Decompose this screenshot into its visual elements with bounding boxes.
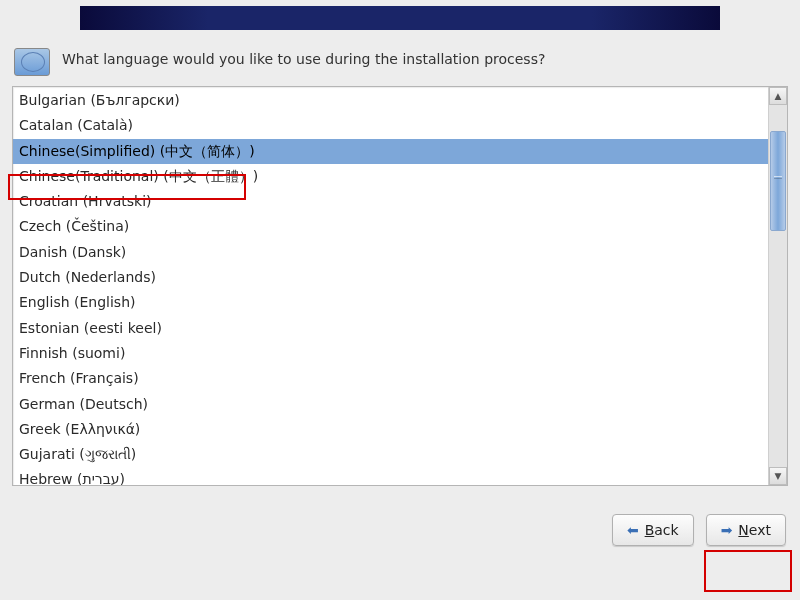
prompt-row: What language would you like to use duri… bbox=[0, 48, 800, 86]
scroll-down-button[interactable]: ▼ bbox=[769, 467, 787, 485]
language-option[interactable]: Greek (Ελληνικά) bbox=[13, 417, 768, 442]
language-option[interactable]: Gujarati (ગુજરાતી) bbox=[13, 442, 768, 467]
back-button[interactable]: ⬅ Back bbox=[612, 514, 694, 546]
language-option[interactable]: German (Deutsch) bbox=[13, 392, 768, 417]
arrow-right-icon: ➡ bbox=[721, 523, 733, 537]
next-label: Next bbox=[738, 522, 771, 538]
language-list[interactable]: Bulgarian (Български)Catalan (Català)Chi… bbox=[13, 87, 768, 485]
language-option[interactable]: Estonian (eesti keel) bbox=[13, 316, 768, 341]
language-option[interactable]: French (Français) bbox=[13, 366, 768, 391]
language-option[interactable]: Chinese(Simplified) (中文（简体）) bbox=[13, 139, 768, 164]
language-option[interactable]: Dutch (Nederlands) bbox=[13, 265, 768, 290]
back-label: Back bbox=[645, 522, 679, 538]
arrow-left-icon: ⬅ bbox=[627, 523, 639, 537]
language-option[interactable]: Croatian (Hrvatski) bbox=[13, 189, 768, 214]
language-list-wrapper: Bulgarian (Български)Catalan (Català)Chi… bbox=[12, 86, 788, 486]
language-option[interactable]: Bulgarian (Български) bbox=[13, 88, 768, 113]
footer-button-row: ⬅ Back ➡ Next bbox=[0, 486, 800, 546]
header-banner bbox=[80, 6, 720, 30]
language-option[interactable]: Czech (Čeština) bbox=[13, 214, 768, 239]
scroll-thumb[interactable] bbox=[770, 131, 786, 231]
language-option[interactable]: Hebrew (עברית) bbox=[13, 467, 768, 485]
scroll-up-button[interactable]: ▲ bbox=[769, 87, 787, 105]
globe-flag-icon bbox=[14, 48, 50, 76]
next-button[interactable]: ➡ Next bbox=[706, 514, 786, 546]
language-option[interactable]: Finnish (suomi) bbox=[13, 341, 768, 366]
prompt-text: What language would you like to use duri… bbox=[62, 48, 545, 68]
language-option[interactable]: English (English) bbox=[13, 290, 768, 315]
language-option[interactable]: Catalan (Català) bbox=[13, 113, 768, 138]
language-option[interactable]: Danish (Dansk) bbox=[13, 240, 768, 265]
language-option[interactable]: Chinese(Traditional) (中文（正體）) bbox=[13, 164, 768, 189]
scrollbar[interactable]: ▲ ▼ bbox=[768, 87, 787, 485]
